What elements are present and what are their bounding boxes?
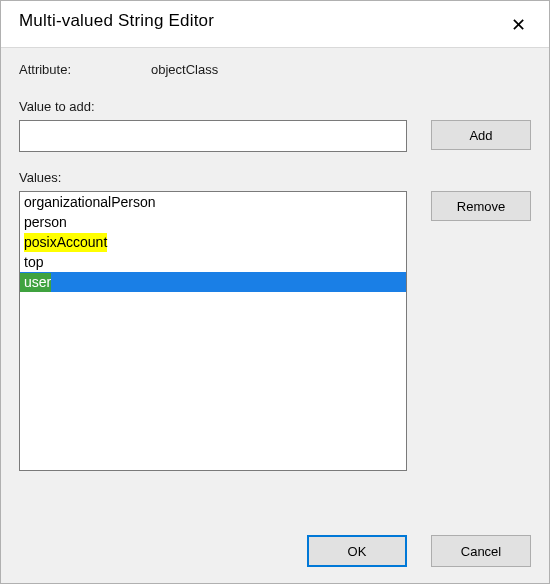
values-row: organizationalPersonpersonposixAccountto… [19,191,531,521]
attribute-label: Attribute: [19,62,151,77]
list-item[interactable]: top [20,252,406,272]
ok-button[interactable]: OK [307,535,407,567]
list-item[interactable]: organizationalPerson [20,192,406,212]
titlebar: Multi-valued String Editor ✕ [1,1,549,48]
dialog-footer: OK Cancel [19,535,531,567]
value-to-add-input[interactable] [19,120,407,152]
remove-button[interactable]: Remove [431,191,531,221]
values-listbox[interactable]: organizationalPersonpersonposixAccountto… [19,191,407,471]
attribute-value: objectClass [151,62,218,77]
list-item[interactable]: user [20,272,406,292]
window-title: Multi-valued String Editor [19,11,214,31]
add-row: Add [19,120,531,152]
values-label: Values: [19,170,531,185]
close-icon[interactable]: ✕ [501,11,535,39]
add-button[interactable]: Add [431,120,531,150]
attribute-row: Attribute: objectClass [19,62,531,77]
value-to-add-label: Value to add: [19,99,531,114]
list-item[interactable]: person [20,212,406,232]
side-button-column: Remove [407,191,531,521]
cancel-button[interactable]: Cancel [431,535,531,567]
list-item[interactable]: posixAccount [20,232,406,252]
client-area: Attribute: objectClass Value to add: Add… [1,48,549,583]
